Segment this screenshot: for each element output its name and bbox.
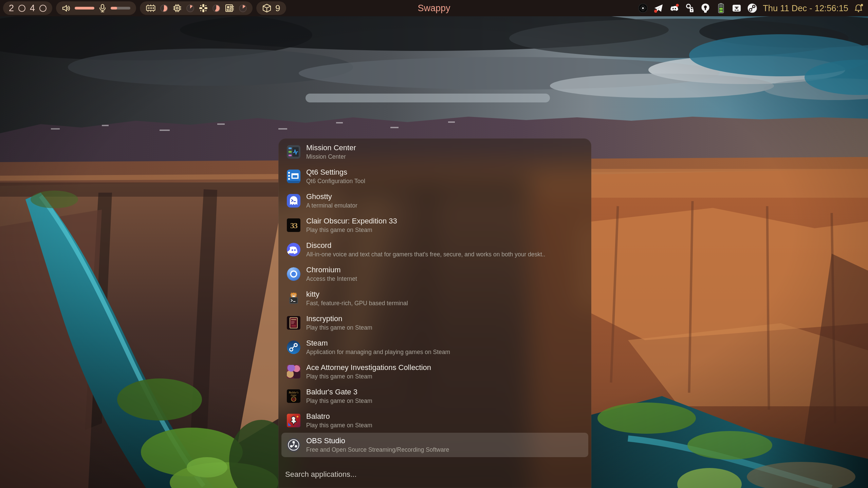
app-name: Mission Center bbox=[306, 143, 356, 153]
kitty-icon bbox=[287, 292, 300, 305]
balatro-icon bbox=[287, 414, 300, 427]
baldurs-gate-3-icon: Baldur's Gate III bbox=[287, 389, 300, 403]
app-description: Access the Internet bbox=[306, 275, 357, 283]
steam-icon bbox=[287, 340, 300, 354]
motherboard-icon bbox=[225, 3, 235, 13]
system-stats-widget[interactable] bbox=[140, 1, 253, 15]
app-name: Clair Obscur: Expedition 33 bbox=[306, 216, 397, 226]
app-launcher: Mission Center Mission Center Qt6 Settin… bbox=[278, 138, 591, 488]
app-name: Discord bbox=[306, 241, 546, 250]
desktop: 2 4 bbox=[0, 0, 868, 488]
top-bar: 2 4 bbox=[0, 0, 868, 16]
notification-bell-icon[interactable] bbox=[854, 3, 864, 13]
workspace-circle[interactable] bbox=[18, 5, 25, 12]
svg-text:33: 33 bbox=[290, 221, 298, 230]
keepassxc-icon[interactable] bbox=[685, 3, 695, 13]
app-name: Chromium bbox=[306, 265, 357, 275]
microphone-icon bbox=[98, 4, 107, 13]
app-row-ghostty[interactable]: Ghostty A terminal emulator bbox=[278, 189, 591, 213]
steelseries-icon[interactable] bbox=[638, 3, 648, 13]
app-name: OBS Studio bbox=[306, 436, 449, 446]
ace-attorney-icon bbox=[287, 365, 300, 378]
speaker-icon bbox=[62, 4, 71, 13]
app-name: kitty bbox=[306, 290, 408, 299]
app-name: Baldur's Gate 3 bbox=[306, 387, 372, 397]
gpu-usage-pie bbox=[213, 4, 220, 12]
cpu-usage-pie bbox=[186, 4, 194, 12]
app-row-kitty[interactable]: kitty Fast, feature-rich, GPU based term… bbox=[278, 286, 591, 311]
app-description: Free and Open Source Streaming/Recording… bbox=[306, 446, 449, 454]
memory-usage-pie bbox=[160, 4, 168, 12]
memory-icon bbox=[146, 4, 156, 13]
volume-slider[interactable] bbox=[75, 7, 94, 9]
app-name: Balatro bbox=[306, 412, 372, 421]
discord-tray-icon[interactable] bbox=[669, 3, 679, 13]
search-input[interactable] bbox=[284, 470, 585, 479]
app-row-discord[interactable]: Discord All-in-one voice and text chat f… bbox=[278, 237, 591, 262]
app-list: Mission Center Mission Center Qt6 Settin… bbox=[278, 138, 591, 457]
app-name: Qt6 Settings bbox=[306, 168, 365, 177]
clock[interactable]: Thu 11 Dec - 12:56:15 bbox=[763, 3, 848, 13]
app-description: A terminal emulator bbox=[306, 202, 357, 210]
app-description: Play this game on Steam bbox=[306, 324, 372, 332]
telegram-icon[interactable] bbox=[653, 3, 664, 13]
app-row-clair-obscur[interactable]: 33 Clair Obscur: Expedition 33 Play this… bbox=[278, 213, 591, 237]
focused-window-title: Swappy bbox=[418, 3, 450, 14]
workspaces-widget[interactable]: 2 4 bbox=[3, 1, 52, 15]
mic-slider[interactable] bbox=[111, 7, 130, 9]
svg-text:Gate: Gate bbox=[291, 393, 297, 397]
audio-widget[interactable] bbox=[56, 1, 136, 15]
search-row bbox=[278, 457, 591, 488]
app-row-balatro[interactable]: Balatro Play this game on Steam bbox=[278, 408, 591, 433]
app-name: Steam bbox=[306, 338, 450, 348]
updates-widget[interactable]: 9 bbox=[256, 1, 286, 15]
app-name: Ghostty bbox=[306, 192, 357, 201]
app-row-mission-center[interactable]: Mission Center Mission Center bbox=[278, 140, 591, 164]
package-icon bbox=[262, 3, 272, 13]
obs-studio-icon bbox=[287, 438, 300, 452]
inscryption-icon bbox=[287, 316, 300, 330]
ghostty-icon bbox=[287, 194, 300, 208]
app-row-baldurs-gate-3[interactable]: Baldur's Gate III Baldur's Gate 3 Play t… bbox=[278, 384, 591, 408]
cpu-icon bbox=[172, 3, 182, 13]
app-description: Application for managing and playing gam… bbox=[306, 349, 450, 356]
app-description: Fast, feature-rich, GPU based terminal bbox=[306, 300, 408, 307]
app-description: Mission Center bbox=[306, 153, 356, 161]
updates-count: 9 bbox=[275, 4, 280, 13]
qt6-settings-icon bbox=[287, 170, 300, 183]
workspace-circle[interactable] bbox=[39, 5, 47, 12]
topbar-right-section: Thu 11 Dec - 12:56:15 bbox=[638, 0, 864, 16]
motherboard-usage-pie bbox=[239, 4, 247, 12]
app-description: Qt6 Configuration Tool bbox=[306, 178, 365, 185]
app-row-qt6-settings[interactable]: Qt6 Settings Qt6 Configuration Tool bbox=[278, 164, 591, 189]
app-description: All-in-one voice and text chat for gamer… bbox=[306, 251, 546, 258]
app-row-ace-attorney[interactable]: Ace Attorney Investigations Collection P… bbox=[278, 359, 591, 384]
gpu-icon bbox=[199, 3, 208, 13]
app-row-steam[interactable]: Steam Application for managing and playi… bbox=[278, 335, 591, 359]
network-icon[interactable] bbox=[732, 3, 742, 13]
clair-obscur-icon: 33 bbox=[287, 218, 300, 232]
workspace-number[interactable]: 2 bbox=[9, 4, 14, 13]
steam-tray-icon[interactable] bbox=[747, 3, 757, 13]
app-row-obs-studio[interactable]: OBS Studio Free and Open Source Streamin… bbox=[281, 433, 588, 457]
battery-icon[interactable] bbox=[716, 3, 726, 13]
discord-icon bbox=[287, 243, 300, 256]
app-description: Play this game on Steam bbox=[306, 373, 431, 380]
topbar-left-section: 2 4 bbox=[3, 1, 286, 15]
chromium-icon bbox=[287, 267, 300, 281]
app-row-inscryption[interactable]: Inscryption Play this game on Steam bbox=[278, 311, 591, 335]
workspace-number[interactable]: 4 bbox=[30, 4, 35, 13]
app-description: Play this game on Steam bbox=[306, 227, 397, 234]
app-name: Ace Attorney Investigations Collection bbox=[306, 363, 431, 372]
app-description: Play this game on Steam bbox=[306, 422, 372, 429]
app-description: Play this game on Steam bbox=[306, 397, 372, 405]
mission-center-icon bbox=[287, 145, 300, 159]
keyhole-icon[interactable] bbox=[700, 3, 710, 13]
app-name: Inscryption bbox=[306, 314, 372, 324]
app-row-chromium[interactable]: Chromium Access the Internet bbox=[278, 262, 591, 286]
svg-text:III: III bbox=[292, 398, 295, 401]
